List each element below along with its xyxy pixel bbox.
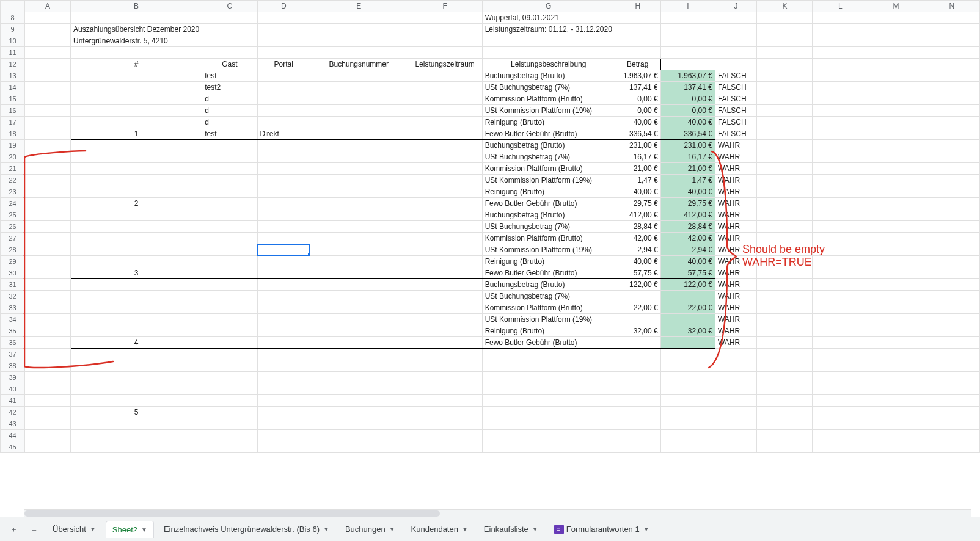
cell-M17[interactable] (868, 117, 924, 128)
cell-L39[interactable] (813, 372, 868, 383)
cell-N29[interactable] (924, 256, 979, 267)
cell-E39[interactable] (310, 372, 408, 383)
cell-N8[interactable] (924, 12, 979, 24)
cell-F33[interactable] (408, 302, 482, 314)
cell-F36[interactable] (408, 337, 482, 349)
cell-A44[interactable] (25, 430, 71, 441)
cell-A19[interactable] (25, 140, 71, 151)
cell-L40[interactable] (813, 383, 868, 395)
cell-M31[interactable] (868, 279, 924, 291)
cell-M37[interactable] (868, 349, 924, 360)
cell-G44[interactable] (482, 430, 615, 441)
cell-N28[interactable] (924, 244, 979, 256)
cell-N32[interactable] (924, 291, 979, 302)
row-header-35[interactable]: 35 (1, 325, 25, 337)
cell-E29[interactable] (310, 256, 408, 267)
cell-L8[interactable] (813, 12, 868, 24)
cell-B30[interactable]: 3 (71, 267, 202, 279)
cell-G24[interactable]: Fewo Butler Gebühr (Brutto) (482, 198, 615, 209)
cell-N33[interactable] (924, 302, 979, 314)
cell-F25[interactable] (408, 209, 482, 221)
cell-L42[interactable] (813, 407, 868, 418)
cell-E27[interactable] (310, 233, 408, 244)
cell-F40[interactable] (408, 383, 482, 395)
row-header-21[interactable]: 21 (1, 163, 25, 175)
cell-I35[interactable]: 32,00 € (660, 325, 715, 337)
cell-H19[interactable]: 231,00 € (615, 140, 660, 151)
cell-D9[interactable] (257, 24, 310, 35)
cell-D38[interactable] (257, 360, 310, 372)
cell-J33[interactable]: WAHR (715, 302, 756, 314)
cell-E19[interactable] (310, 140, 408, 151)
cell-I9[interactable] (660, 24, 715, 35)
cell-L15[interactable] (813, 93, 868, 105)
cell-C25[interactable] (202, 209, 257, 221)
cell-A39[interactable] (25, 372, 71, 383)
cell-F20[interactable] (408, 151, 482, 163)
cell-H31[interactable]: 122,00 € (615, 279, 660, 291)
cell-M30[interactable] (868, 267, 924, 279)
cell-E22[interactable] (310, 175, 408, 186)
cell-B44[interactable] (71, 430, 202, 441)
cell-F44[interactable] (408, 430, 482, 441)
cell-K22[interactable] (757, 175, 813, 186)
cell-K21[interactable] (757, 163, 813, 175)
cell-K38[interactable] (757, 360, 813, 372)
row-header-12[interactable]: 12 (1, 59, 25, 70)
cell-D13[interactable] (257, 70, 310, 82)
cell-L28[interactable] (813, 244, 868, 256)
cell-J20[interactable]: WAHR (715, 151, 756, 163)
chevron-down-icon[interactable]: ▼ (141, 526, 147, 533)
cell-L14[interactable] (813, 82, 868, 93)
cell-I33[interactable]: 22,00 € (660, 302, 715, 314)
cell-I13[interactable]: 1.963,07 € (660, 70, 715, 82)
cell-D25[interactable] (257, 209, 310, 221)
cell-C15[interactable]: d (202, 93, 257, 105)
cell-A34[interactable] (25, 314, 71, 325)
cell-H14[interactable]: 137,41 € (615, 82, 660, 93)
cell-I44[interactable] (660, 430, 715, 441)
cell-N25[interactable] (924, 209, 979, 221)
cell-F30[interactable] (408, 267, 482, 279)
cell-A20[interactable] (25, 151, 71, 163)
cell-I40[interactable] (660, 383, 715, 395)
cell-F11[interactable] (408, 47, 482, 59)
row-header-43[interactable]: 43 (1, 418, 25, 430)
cell-G30[interactable]: Fewo Butler Gebühr (Brutto) (482, 267, 615, 279)
cell-C11[interactable] (202, 47, 257, 59)
cell-B12[interactable]: # (71, 59, 202, 70)
cell-A12[interactable] (25, 59, 71, 70)
cell-C44[interactable] (202, 430, 257, 441)
cell-F43[interactable] (408, 418, 482, 430)
row-header-26[interactable]: 26 (1, 221, 25, 233)
column-header-B[interactable]: B (71, 1, 202, 12)
column-header-J[interactable]: J (715, 1, 756, 12)
cell-E20[interactable] (310, 151, 408, 163)
cell-I29[interactable]: 40,00 € (660, 256, 715, 267)
horizontal-scrollbar[interactable] (24, 509, 971, 517)
cell-A25[interactable] (25, 209, 71, 221)
cell-H34[interactable] (615, 314, 660, 325)
cell-G14[interactable]: USt Buchungsbetrag (7%) (482, 82, 615, 93)
cell-A36[interactable] (25, 337, 71, 349)
row-header-29[interactable]: 29 (1, 256, 25, 267)
cell-E14[interactable] (310, 82, 408, 93)
cell-G36[interactable]: Fewo Butler Gebühr (Brutto) (482, 337, 615, 349)
cell-H10[interactable] (615, 35, 660, 47)
cell-M21[interactable] (868, 163, 924, 175)
cell-E28[interactable] (310, 244, 408, 256)
cell-J31[interactable]: WAHR (715, 279, 756, 291)
cell-L35[interactable] (813, 325, 868, 337)
cell-L44[interactable] (813, 430, 868, 441)
select-all-corner[interactable] (1, 1, 25, 12)
cell-K34[interactable] (757, 314, 813, 325)
cell-M24[interactable] (868, 198, 924, 209)
cell-B22[interactable] (71, 175, 202, 186)
cell-G12[interactable]: Leistungsbeschreibung (482, 59, 615, 70)
cell-K26[interactable] (757, 221, 813, 233)
cell-K9[interactable] (757, 24, 813, 35)
cell-M40[interactable] (868, 383, 924, 395)
cell-C43[interactable] (202, 418, 257, 430)
cell-D20[interactable] (257, 151, 310, 163)
cell-J43[interactable] (715, 418, 756, 430)
